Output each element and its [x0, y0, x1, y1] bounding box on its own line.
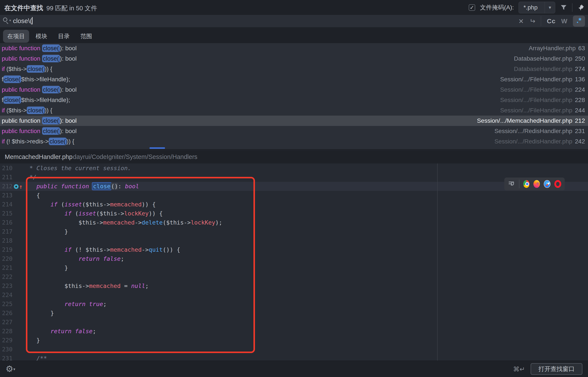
- dialog-title: 在文件中查找: [4, 4, 43, 12]
- search-icon[interactable]: ▾: [3, 17, 12, 25]
- result-row[interactable]: fclose($this->fileHandle);Session/.../Fi…: [0, 95, 588, 105]
- result-row[interactable]: if (! $this->redis->close()) {Session/..…: [0, 136, 588, 147]
- file-mask-combobox[interactable]: *.php ▾: [518, 2, 555, 13]
- result-code: public function close(): bool: [2, 128, 77, 135]
- result-code: if ($this->close()) {: [2, 107, 52, 114]
- result-row[interactable]: public function close(): boolSession/...…: [0, 126, 588, 136]
- file-mask-checkbox[interactable]: ✓: [469, 4, 475, 11]
- result-location: Session/.../FileHandler.php228: [500, 97, 585, 104]
- result-location: Session/.../FileHandler.php244: [500, 107, 585, 114]
- file-mask-label: 文件掩码(A):: [480, 3, 514, 12]
- result-location: Session/.../MemcachedHandler.php212: [477, 117, 585, 124]
- safari-icon[interactable]: [544, 180, 550, 188]
- preview-file-name: MemcachedHandler.php: [5, 153, 72, 160]
- pin-icon[interactable]: [577, 4, 585, 11]
- result-code: if ($this->close()) {: [2, 66, 52, 72]
- result-code: public function close(): bool: [2, 55, 77, 62]
- result-code: fclose($this->fileHandle);: [2, 97, 70, 104]
- browser-preview-toolbar: [504, 177, 565, 190]
- result-location: Session/.../FileHandler.php136: [500, 76, 585, 83]
- insert-newline-icon[interactable]: ↵: [529, 17, 535, 25]
- editor-line: 210 * Closes the current session.: [0, 164, 588, 173]
- result-location: DatabaseHandler.php274: [514, 66, 585, 72]
- result-location: Session/.../RedisHandler.php231: [494, 128, 585, 135]
- preview-header: MemcachedHandler.php dayrui/CodeIgniter/…: [0, 150, 588, 164]
- result-code: fclose($this->fileHandle);: [2, 76, 70, 83]
- settings-gear-icon[interactable]: ⚙▾: [6, 364, 15, 374]
- result-row[interactable]: public function close(): boolSession/...…: [0, 116, 588, 126]
- scope-tab-3[interactable]: 范围: [76, 30, 96, 43]
- result-code: if (! $this->redis->close()) {: [2, 138, 74, 145]
- search-input[interactable]: close\(: [13, 17, 33, 24]
- scope-tab-1[interactable]: 模块: [31, 30, 52, 43]
- divider: [541, 16, 541, 26]
- chevron-down-icon[interactable]: ▾: [545, 2, 555, 13]
- opera-icon[interactable]: [554, 180, 562, 188]
- right-margin-guide: [437, 164, 438, 361]
- match-case-toggle[interactable]: Cc: [547, 17, 555, 25]
- scope-tab-2[interactable]: 目录: [54, 30, 74, 43]
- chrome-icon[interactable]: [523, 180, 530, 188]
- search-field[interactable]: ▾ close\( ✕ ↵ Cc W .*: [0, 15, 588, 27]
- splitter-handle[interactable]: [150, 147, 165, 149]
- whole-words-toggle[interactable]: W: [561, 17, 567, 25]
- result-row[interactable]: public function close(): boolSession/...…: [0, 84, 588, 95]
- file-mask-value: *.php: [519, 4, 545, 11]
- result-code: public function close(): bool: [2, 45, 77, 52]
- divider: [519, 180, 519, 188]
- match-summary: 99 匹配 in 50 文件: [46, 4, 97, 13]
- result-location: Session/.../RedisHandler.php242: [494, 138, 585, 145]
- filter-icon[interactable]: [560, 4, 567, 11]
- find-in-files-window: 在文件中查找 99 匹配 in 50 文件 ✓ 文件掩码(A): *.php ▾…: [0, 0, 588, 377]
- divider: [572, 3, 573, 12]
- text-cursor: [32, 17, 33, 24]
- firefox-icon[interactable]: [533, 180, 540, 188]
- open-find-window-button[interactable]: 打开查找窗口: [531, 363, 582, 375]
- clear-search-icon[interactable]: ✕: [518, 17, 524, 25]
- scope-bar: 在项目模块目录范围: [0, 28, 588, 43]
- preview-file-path: dayrui/CodeIgniter/System/Session/Handle…: [73, 153, 197, 160]
- editor-line: 231 /**: [0, 354, 588, 361]
- open-preview-icon[interactable]: [508, 180, 515, 188]
- result-row[interactable]: public function close(): boolDatabaseHan…: [0, 53, 588, 64]
- results-list: public function close(): boolArrayHandle…: [0, 43, 588, 150]
- title-bar: 在文件中查找 99 匹配 in 50 文件 ✓ 文件掩码(A): *.php ▾: [0, 0, 588, 15]
- result-row[interactable]: public function close(): boolArrayHandle…: [0, 43, 588, 53]
- result-location: Session/.../FileHandler.php224: [500, 86, 585, 93]
- regex-toggle[interactable]: .*: [573, 15, 585, 27]
- shortcut-hint: ⌘↵: [513, 365, 525, 373]
- annotation-box: [26, 177, 255, 353]
- result-location: ArrayHandler.php63: [529, 45, 585, 52]
- result-row[interactable]: if ($this->close()) {DatabaseHandler.php…: [0, 64, 588, 74]
- chevron-down-icon: ▾: [13, 367, 15, 371]
- scope-tabs: 在项目模块目录范围: [3, 30, 96, 43]
- result-row[interactable]: if ($this->close()) {Session/.../FileHan…: [0, 105, 588, 116]
- result-row[interactable]: fclose($this->fileHandle);Session/.../Fi…: [0, 74, 588, 84]
- result-code: public function close(): bool: [2, 117, 77, 124]
- scope-tab-0[interactable]: 在项目: [3, 30, 29, 43]
- bottom-bar: ⚙▾ ⌘↵ 打开查找窗口: [0, 361, 588, 377]
- result-location: DatabaseHandler.php250: [514, 55, 585, 62]
- result-code: public function close(): bool: [2, 86, 77, 93]
